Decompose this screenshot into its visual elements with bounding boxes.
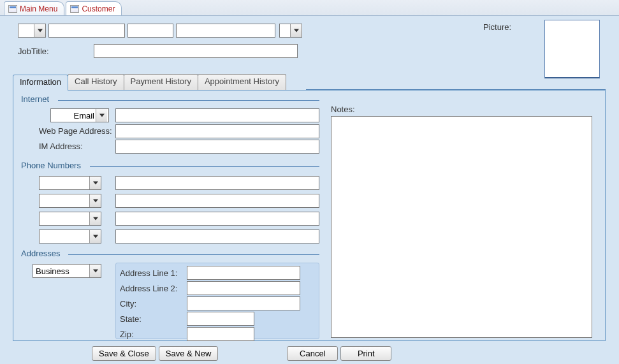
addr1-label: Address Line 1: [120,268,187,278]
phone3-input[interactable] [115,212,319,226]
city-label: City: [120,299,187,309]
city-input[interactable] [187,296,300,310]
jobtitle-row: JobTitle: [18,44,298,58]
addr1-input[interactable] [187,266,300,280]
phone3-type-input[interactable] [40,212,89,225]
zip-input[interactable] [187,327,254,341]
doc-tab-label: Customer [82,4,115,13]
phone2-type-combo[interactable] [39,194,101,208]
chevron-down-icon[interactable] [89,194,101,207]
tab-page-information: Internet Web Page Address: IM Address: P… [13,90,606,341]
group-rule [90,166,319,167]
print-button[interactable]: Print [340,346,391,361]
detail-tab-control: Information Call History Payment History… [13,73,606,341]
phone3-type-combo[interactable] [39,212,101,226]
group-rule [58,100,319,101]
phone4-type-input[interactable] [40,230,89,243]
detail-tab-strip: Information Call History Payment History… [13,73,606,90]
phone2-type-input[interactable] [40,194,89,207]
webpage-label: Web Page Address: [39,126,112,136]
phone4-input[interactable] [115,229,319,244]
state-input[interactable] [187,312,254,326]
form-icon [70,5,79,13]
address-panel: Address Line 1: Address Line 2: City: St… [115,263,319,339]
webpage-input[interactable] [115,124,319,138]
form-canvas: JobTitle: Picture: Information Call Hist… [0,16,619,364]
phone1-type-combo[interactable] [39,176,101,190]
doc-tab-main-menu[interactable]: Main Menu [4,1,64,15]
phone2-input[interactable] [115,194,319,208]
cancel-button[interactable]: Cancel [287,346,338,361]
title-prefix-input[interactable] [18,24,34,37]
addr2-label: Address Line 2: [120,284,187,293]
chevron-down-icon[interactable] [89,212,101,225]
phone1-type-input[interactable] [40,177,89,189]
chevron-down-icon[interactable] [89,177,101,189]
first-name-input[interactable] [48,24,125,38]
email-type-combo[interactable] [50,108,109,122]
tab-call-history[interactable]: Call History [68,74,124,90]
group-label-addresses: Addresses [21,249,60,258]
last-name-input[interactable] [176,24,275,38]
chevron-down-icon[interactable] [89,230,101,243]
doc-tab-label: Main Menu [20,4,57,13]
email-type-input[interactable] [51,109,96,122]
chevron-down-icon[interactable] [89,265,101,277]
email-input[interactable] [115,108,319,122]
form-icon [8,5,17,13]
picture-box[interactable] [544,20,600,78]
chevron-down-icon[interactable] [96,109,107,122]
save-close-button[interactable]: Save & Close [92,346,156,361]
picture-label: Picture: [483,22,511,32]
address-type-input[interactable] [33,265,89,277]
phone1-input[interactable] [115,176,319,190]
chevron-down-icon[interactable] [290,24,302,37]
zip-label: Zip: [120,330,187,339]
phone4-type-combo[interactable] [39,229,101,244]
tab-payment-history[interactable]: Payment History [124,74,198,90]
group-label-internet: Internet [21,94,49,104]
save-new-button[interactable]: Save & New [159,346,219,361]
doc-tab-customer[interactable]: Customer [66,1,122,15]
address-type-combo[interactable] [33,264,101,278]
jobtitle-input[interactable] [94,44,298,58]
notes-label: Notes: [331,105,355,114]
tab-information[interactable]: Information [13,75,68,91]
im-input[interactable] [115,140,319,154]
form-footer-buttons: Save & Close Save & New Cancel Print [92,346,391,361]
jobtitle-label: JobTitle: [18,47,49,56]
addr2-input[interactable] [187,281,300,295]
notes-textarea[interactable] [331,116,592,338]
im-label: IM Address: [39,142,83,151]
suffix-input[interactable] [280,24,290,37]
group-label-phone: Phone Numbers [21,161,81,170]
suffix-combo[interactable] [279,24,302,38]
middle-name-input[interactable] [127,24,173,38]
name-fields-row [18,24,302,38]
chevron-down-icon[interactable] [34,24,45,37]
title-prefix-combo[interactable] [18,24,46,38]
group-rule [68,254,319,255]
tab-strip-rule [306,89,606,90]
document-tab-strip: Main Menu Customer [0,0,619,16]
tab-appointment-history[interactable]: Appointment History [198,74,286,90]
state-label: State: [120,314,187,324]
